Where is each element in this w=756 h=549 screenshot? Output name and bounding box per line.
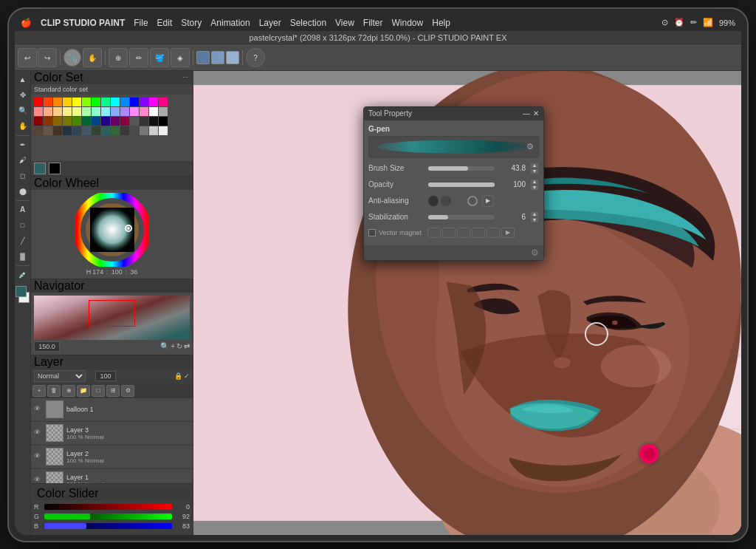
swatch-navy[interactable] xyxy=(92,117,100,126)
swatch-darker-gray[interactable] xyxy=(140,117,148,126)
swatch-black[interactable] xyxy=(159,117,168,126)
swatch-salmon[interactable] xyxy=(44,107,52,116)
swatch-light-green[interactable] xyxy=(82,107,91,116)
tool-eraser[interactable]: ◻ xyxy=(16,168,30,183)
swatch-dark-olive[interactable] xyxy=(92,126,100,135)
slider-b-track[interactable] xyxy=(44,523,172,529)
swatch-yellow[interactable] xyxy=(63,98,72,106)
toolbar-btn-pen-c[interactable] xyxy=(226,51,239,64)
swatch-yellow-green[interactable] xyxy=(72,107,81,116)
navigator-zoom-in[interactable]: + xyxy=(171,342,175,350)
swatch-near-white[interactable] xyxy=(159,126,168,135)
swatch-dark-purple[interactable] xyxy=(111,117,120,126)
vm-btn-1[interactable] xyxy=(427,228,441,238)
stabilization-down[interactable]: ▼ xyxy=(530,217,539,223)
tool-shape[interactable]: □ xyxy=(16,218,30,233)
toolbar-btn-transform[interactable]: ⊕ xyxy=(109,48,128,67)
opacity-up[interactable]: ▲ xyxy=(530,179,539,185)
dialog-footer-settings-icon[interactable]: ⚙ xyxy=(531,248,539,258)
color-set-menu-icon[interactable]: ⋯ xyxy=(181,73,190,82)
layer-item-1[interactable]: 👁 Layer 1 100 % Normal xyxy=(31,469,193,483)
swatch-periwinkle[interactable] xyxy=(111,107,120,116)
swatch-peach[interactable] xyxy=(53,107,62,116)
dialog-minimize[interactable]: — xyxy=(523,109,530,117)
swatch-purple[interactable] xyxy=(140,98,148,106)
menu-selection[interactable]: Selection xyxy=(290,18,326,28)
swatch-teal[interactable] xyxy=(101,126,110,135)
color-sliders-header[interactable]: Color Slider xyxy=(34,487,190,500)
swatch-tan[interactable] xyxy=(34,126,43,135)
layer-delete-btn[interactable]: 🗑 xyxy=(47,385,61,397)
vm-btn-2[interactable] xyxy=(442,228,456,238)
toolbar-btn-clip[interactable]: 📎 xyxy=(63,49,81,67)
swatch-near-black[interactable] xyxy=(149,117,158,126)
opacity-down[interactable]: ▼ xyxy=(530,185,539,191)
layer-item-3[interactable]: 👁 Layer 3 100 % Normal xyxy=(31,422,193,446)
toolbar-btn-pen-a[interactable] xyxy=(196,51,210,64)
swatch-pink[interactable] xyxy=(159,98,168,106)
swatch-forest[interactable] xyxy=(82,117,91,126)
menu-file[interactable]: File xyxy=(134,18,148,28)
swatch-blue-gray[interactable] xyxy=(82,126,91,135)
layer-lock-icon[interactable]: 🔒 xyxy=(174,372,182,380)
layer-eye-3[interactable]: 👁 xyxy=(34,429,43,437)
color-wheel-svg[interactable] xyxy=(75,193,149,267)
bg-color-box[interactable] xyxy=(49,163,61,174)
swatch-green[interactable] xyxy=(92,98,100,106)
menu-animation[interactable]: Animation xyxy=(210,18,250,28)
menu-view[interactable]: View xyxy=(335,18,354,28)
layer-opacity-input[interactable] xyxy=(95,371,116,381)
tool-brush[interactable]: 🖌 xyxy=(16,153,30,168)
brush-size-down[interactable]: ▼ xyxy=(530,168,539,174)
color-foreground[interactable] xyxy=(16,286,27,297)
tool-text[interactable]: A xyxy=(16,202,30,217)
swatch-red[interactable] xyxy=(34,98,43,106)
aa-dot-1[interactable] xyxy=(428,196,439,206)
slider-g-track[interactable] xyxy=(44,514,172,519)
layer-item-2[interactable]: 👁 Layer 2 100 % Normal xyxy=(31,446,193,469)
swatch-medium-gray[interactable] xyxy=(130,126,139,135)
swatch-orange-red[interactable] xyxy=(44,98,52,106)
vm-arrow-btn[interactable]: ▶ xyxy=(501,228,515,238)
swatch-dark-orange[interactable] xyxy=(53,117,62,126)
slider-r-track[interactable] xyxy=(44,504,172,510)
tool-eyedropper[interactable]: 💉 xyxy=(16,267,30,282)
fg-color-box[interactable] xyxy=(34,163,46,174)
vm-btn-5[interactable] xyxy=(487,228,500,238)
swatch-lavender[interactable] xyxy=(120,107,129,116)
swatch-light-pink[interactable] xyxy=(140,107,148,116)
tool-line[interactable]: ╱ xyxy=(16,233,30,248)
canvas-area[interactable]: Tool Property — ✕ G-pen ⚙ xyxy=(193,71,741,535)
aa-dot-4[interactable] xyxy=(467,196,478,206)
navigator-zoom-input[interactable] xyxy=(34,341,60,352)
swatch-mint[interactable] xyxy=(101,98,110,106)
tool-pen[interactable]: ✒ xyxy=(16,137,30,152)
menu-help[interactable]: Help xyxy=(432,18,450,28)
apple-menu[interactable]: 🍎 xyxy=(21,18,32,28)
swatch-orange[interactable] xyxy=(53,98,62,106)
tool-fill[interactable]: ⬤ xyxy=(16,184,30,199)
toolbar-btn-undo[interactable]: ↩ xyxy=(18,48,37,67)
layer-check-icon[interactable]: ✓ xyxy=(184,372,190,380)
swatch-cyan[interactable] xyxy=(111,98,120,106)
toolbar-btn-select[interactable]: ◈ xyxy=(171,48,190,67)
swatch-light-purple[interactable] xyxy=(130,107,139,116)
stabilization-slider[interactable] xyxy=(428,215,495,219)
swatch-aqua[interactable] xyxy=(92,107,100,116)
swatch-dark-red[interactable] xyxy=(34,117,43,126)
toolbar-btn-redo[interactable]: ↪ xyxy=(38,48,57,67)
toolbar-btn-help[interactable]: ? xyxy=(246,48,265,67)
swatch-olive[interactable] xyxy=(63,117,72,126)
navigator-rotate[interactable]: ↻ xyxy=(176,342,182,350)
vm-checkbox[interactable] xyxy=(368,229,376,236)
tool-select[interactable]: ▲ xyxy=(16,72,30,87)
swatch-sky-blue[interactable] xyxy=(101,107,110,116)
menu-story[interactable]: Story xyxy=(181,18,202,28)
layer-blend-mode[interactable]: Normal xyxy=(34,370,86,382)
swatch-taupe[interactable] xyxy=(44,126,52,135)
swatch-magenta[interactable] xyxy=(149,98,158,106)
color-set-header[interactable]: Color Set ⋯ xyxy=(31,71,193,84)
swatch-dark-gray[interactable] xyxy=(130,117,139,126)
layer-eye-balloon1[interactable]: 👁 xyxy=(34,405,43,414)
layer-header[interactable]: Layer xyxy=(31,355,193,369)
